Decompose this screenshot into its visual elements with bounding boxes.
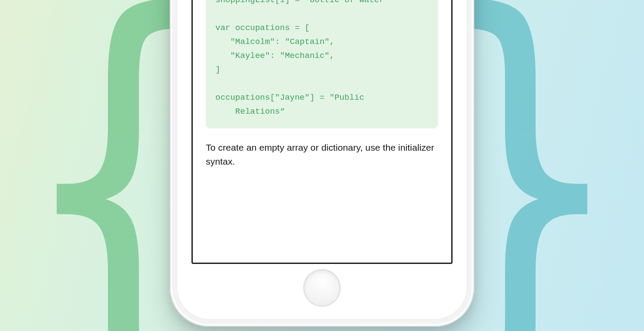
home-button[interactable]: [303, 269, 341, 307]
code-block[interactable]: Swift var shoppingList = ["catfish", "wa…: [206, 0, 438, 128]
article-content[interactable]: allowed after the last element. Swift va…: [193, 0, 451, 263]
phone-inner: allowed after the last element. Swift va…: [177, 0, 467, 320]
phone-frame: allowed after the last element. Swift va…: [170, 0, 474, 327]
paragraph-initializer-syntax: To create an empty array or dictionary, …: [206, 141, 438, 169]
code-snippet[interactable]: var shoppingList = ["catfish", "water", …: [215, 0, 429, 119]
phone-screen[interactable]: allowed after the last element. Swift va…: [191, 0, 453, 264]
